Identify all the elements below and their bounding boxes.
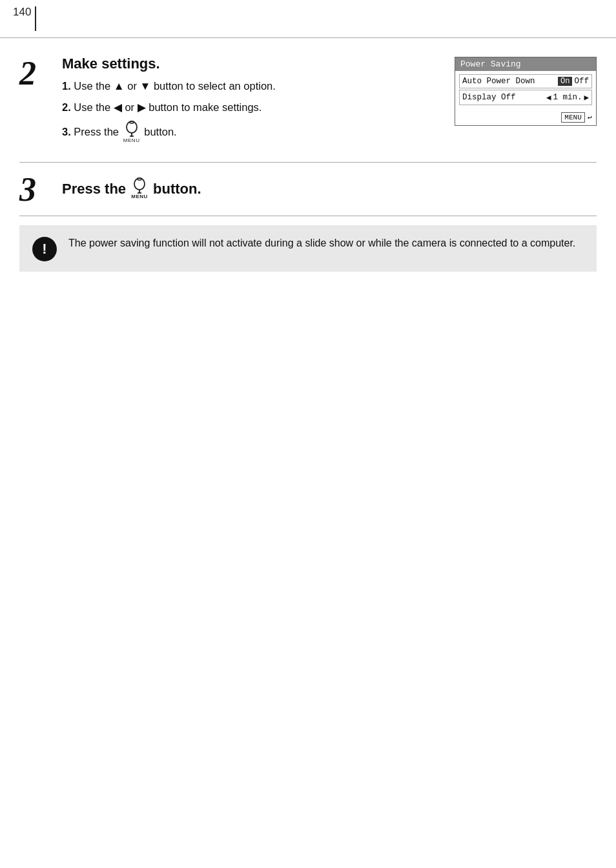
screen-menu-button: MENU (561, 112, 584, 123)
svg-rect-1 (130, 121, 134, 123)
camera-screen-panel: Power Saving Auto Power Down On Off Disp… (455, 57, 597, 126)
step-3-number: 3 (19, 173, 36, 207)
step-3-button: button. (153, 181, 201, 197)
page-number-bar (35, 6, 36, 31)
screen-row-display-off: Display Off ◀ 1 min. ▶ (459, 90, 592, 105)
instruction-1-or: or (127, 80, 139, 92)
auto-power-off: Off (574, 77, 589, 86)
arrow-right-icon: ▶ (138, 100, 146, 116)
step-2-block: 2 Make settings. 1. Use the ▲ or ▼ butto… (19, 44, 597, 163)
step-2-title: Make settings. (62, 56, 442, 72)
instruction-2-num: 2. (62, 101, 71, 113)
auto-power-value: On Off (558, 77, 589, 86)
screen-body: Auto Power Down On Off Display Off ◀ 1 m… (455, 71, 596, 110)
instruction-2-or: or (125, 101, 137, 113)
auto-power-label: Auto Power Down (462, 77, 558, 86)
step-3-content: Press the MENU button. (56, 177, 597, 200)
menu-icon-label: MENU (123, 137, 140, 145)
step-3-press: Press the (62, 181, 126, 197)
svg-rect-5 (138, 178, 141, 180)
display-off-value: ◀ 1 min. ▶ (546, 92, 589, 103)
screen-row-auto-power: Auto Power Down On Off (459, 74, 592, 88)
arrow-up-icon: ▲ (114, 79, 125, 95)
instruction-1: 1. Use the ▲ or ▼ button to select an op… (62, 79, 442, 95)
display-time: 1 min. (553, 93, 582, 102)
page-number-area: 140 (13, 6, 36, 31)
instruction-3-num: 3. (62, 126, 71, 137)
note-text: The power saving function will not activ… (68, 236, 575, 252)
note-icon: ! (32, 237, 57, 261)
step-3-block: 3 Press the MENU button. (19, 163, 597, 216)
instruction-3: 3. Press the MENU (62, 121, 442, 145)
note-block: ! The power saving function will not act… (19, 225, 597, 272)
step-3-menu-icon-label: MENU (131, 194, 148, 199)
step-2-number: 2 (19, 57, 36, 90)
arrow-down-icon: ▼ (140, 79, 151, 95)
screen-back-icon: ↩ (588, 113, 592, 123)
instruction-2: 2. Use the ◀ or ▶ button to make setting… (62, 100, 442, 116)
step-2-number-col: 2 (19, 56, 56, 90)
display-arrow-left: ◀ (546, 92, 551, 103)
screen-footer: MENU ↩ (455, 110, 596, 125)
step-2-instructions: 1. Use the ▲ or ▼ button to select an op… (62, 79, 442, 145)
display-off-label: Display Off (462, 93, 546, 102)
note-exclamation: ! (42, 242, 46, 256)
instruction-1-num: 1. (62, 80, 71, 92)
display-arrow-right: ▶ (584, 92, 589, 103)
menu-button-icon: MENU (123, 120, 140, 145)
page-number: 140 (13, 6, 31, 17)
main-content: 2 Make settings. 1. Use the ▲ or ▼ butto… (0, 44, 616, 272)
top-rule (0, 37, 616, 38)
arrow-left-icon: ◀ (114, 100, 122, 116)
step-3-menu-icon: MENU (131, 177, 148, 199)
screen-title: Power Saving (455, 57, 596, 71)
step-3-number-col: 3 (19, 172, 56, 207)
step-2-content: Make settings. 1. Use the ▲ or ▼ button … (56, 56, 442, 150)
auto-power-on: On (558, 77, 572, 86)
camera-screen: Power Saving Auto Power Down On Off Disp… (455, 57, 597, 126)
